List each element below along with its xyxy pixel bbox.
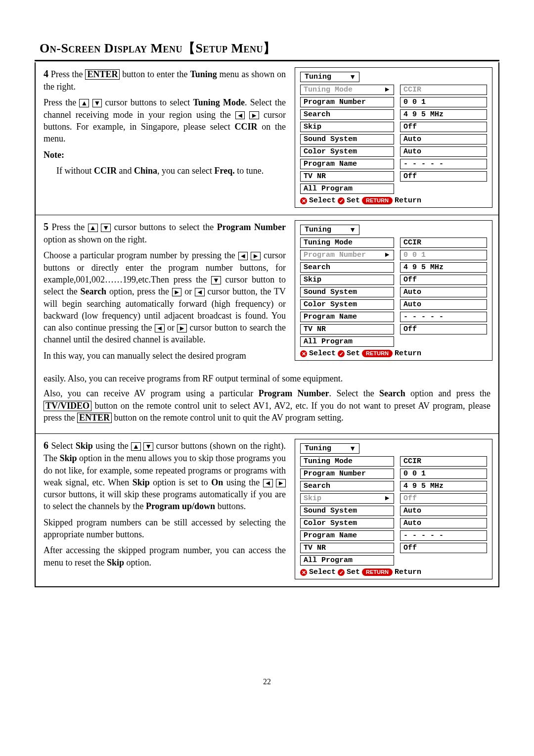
osd-value: Off — [400, 122, 487, 132]
return-pill: RETURN — [362, 197, 393, 204]
note-body: If without CCIR and China, you can selec… — [44, 165, 286, 177]
osd-header: Tuning▼ — [300, 225, 359, 235]
osd-item-program-name[interactable]: Program Name — [300, 159, 394, 169]
down-arrow-key: ▼ — [101, 224, 111, 232]
down-arrow-key: ▼ — [92, 99, 102, 107]
osd-value: Auto — [400, 134, 487, 144]
page-number: 22 — [35, 676, 499, 687]
step-6: 6 Select Skip using the ▲ ▼ cursor butto… — [36, 434, 498, 587]
osd-item-color-system[interactable]: Color System — [300, 146, 394, 157]
up-arrow-key: ▲ — [79, 99, 89, 107]
osd-value: CCIR — [400, 237, 487, 248]
right-arrow-key: ► — [249, 111, 259, 120]
osd-value: Auto — [400, 299, 487, 310]
set-icon: ✓ — [338, 197, 345, 204]
step6-tail: After accessing the skipped program numb… — [44, 544, 286, 568]
return-pill: RETURN — [362, 350, 393, 357]
chevron-right-icon: ► — [384, 251, 391, 258]
return-pill: RETURN — [362, 568, 393, 576]
osd-item-tv-nr[interactable]: TV NR — [300, 171, 394, 182]
left-arrow-key: ◄ — [235, 111, 245, 120]
osd-value: - - - - - — [400, 159, 487, 169]
osd-item-tuning-mode[interactable]: Tuning Mode — [300, 237, 394, 248]
osd-panel-1: Tuning▼Tuning Mode►Program NumberSearchS… — [295, 67, 492, 208]
osd-item-skip[interactable]: Skip — [300, 122, 394, 132]
osd-item-sound-system[interactable]: Sound System — [300, 134, 394, 144]
step5-tail-1: easily. Also, you can receive programs f… — [44, 373, 490, 384]
osd-item-tuning-mode[interactable]: Tuning Mode► — [300, 85, 394, 95]
osd-item-all-program[interactable]: All Program — [300, 555, 394, 566]
osd-item-skip[interactable]: Skip — [300, 275, 394, 285]
enter-key: ENTER — [85, 69, 120, 80]
select-icon: ✕ — [300, 350, 307, 357]
left-arrow-key: ◄ — [263, 479, 273, 487]
osd-value: Auto — [400, 287, 487, 297]
osd-value: - - - - - — [400, 530, 487, 541]
up-arrow-key: ▲ — [88, 224, 98, 232]
osd-item-tv-nr[interactable]: TV NR — [300, 543, 394, 553]
page-title: On-Screen Display Menu【Setup Menu】 — [35, 40, 499, 57]
osd-item-program-number[interactable]: Program Number — [300, 97, 394, 107]
select-icon: ✕ — [300, 569, 307, 576]
osd-item-sound-system[interactable]: Sound System — [300, 506, 394, 516]
right-arrow-key: ► — [177, 324, 187, 332]
left-arrow-key: ◄ — [195, 288, 205, 296]
osd-item-color-system[interactable]: Color System — [300, 518, 394, 528]
osd-value: CCIR — [400, 85, 487, 95]
left-arrow-key: ◄ — [238, 252, 248, 260]
osd-value — [400, 336, 487, 345]
osd-value: 0 0 1 — [400, 97, 487, 107]
select-icon: ✕ — [300, 197, 307, 204]
osd-value: Off — [400, 324, 487, 334]
osd-item-search[interactable]: Search — [300, 481, 394, 491]
osd-item-search[interactable]: Search — [300, 262, 394, 273]
osd-value: 4 9 5 MHz — [400, 109, 487, 120]
set-icon: ✓ — [338, 569, 345, 576]
osd-item-program-number[interactable]: Program Number► — [300, 250, 394, 260]
osd-value — [400, 555, 487, 564]
chevron-down-icon: ▼ — [349, 226, 356, 233]
osd-item-color-system[interactable]: Color System — [300, 299, 394, 310]
osd-legend: ✕Select ✓Set RETURNReturn — [300, 350, 487, 357]
osd-value: Off — [400, 171, 487, 182]
osd-panel-3: Tuning▼Tuning ModeProgram NumberSearchSk… — [295, 439, 492, 579]
divider — [35, 60, 499, 61]
osd-item-program-name[interactable]: Program Name — [300, 312, 394, 322]
osd-item-tv-nr[interactable]: TV NR — [300, 324, 394, 334]
osd-item-tuning-mode[interactable]: Tuning Mode — [300, 456, 394, 467]
osd-item-search[interactable]: Search — [300, 109, 394, 120]
chevron-down-icon: ▼ — [349, 445, 356, 452]
step-number: 4 — [44, 68, 48, 79]
osd-item-program-name[interactable]: Program Name — [300, 530, 394, 541]
osd-item-all-program[interactable]: All Program — [300, 336, 394, 347]
step-number: 5 — [44, 221, 48, 232]
osd-panel-2: Tuning▼Tuning ModeProgram Number►SearchS… — [295, 220, 492, 361]
osd-value: Auto — [400, 146, 487, 157]
step-5: 5 Press the ▲ ▼ cursor buttons to select… — [36, 215, 498, 373]
osd-legend: ✕Select ✓Set RETURNReturn — [300, 197, 487, 204]
osd-header: Tuning▼ — [300, 72, 359, 82]
osd-item-program-number[interactable]: Program Number — [300, 469, 394, 479]
chevron-right-icon: ► — [384, 494, 391, 501]
down-arrow-key: ▼ — [211, 276, 221, 284]
osd-item-skip[interactable]: Skip► — [300, 493, 394, 504]
osd-value: Off — [400, 493, 487, 504]
right-arrow-key: ► — [251, 252, 261, 260]
enter-key: ENTER — [77, 413, 112, 423]
osd-value: - - - - - — [400, 312, 487, 322]
left-arrow-key: ◄ — [155, 324, 165, 332]
right-arrow-key: ► — [276, 479, 286, 487]
chevron-right-icon: ► — [384, 86, 391, 93]
osd-value: 4 9 5 MHz — [400, 481, 487, 491]
osd-value: Off — [400, 543, 487, 553]
osd-header: Tuning▼ — [300, 443, 359, 454]
right-arrow-key: ► — [172, 288, 182, 296]
osd-value: Auto — [400, 518, 487, 528]
osd-item-all-program[interactable]: All Program — [300, 184, 394, 194]
chevron-down-icon: ▼ — [349, 73, 356, 80]
osd-value — [400, 184, 487, 192]
osd-value: 4 9 5 MHz — [400, 262, 487, 273]
osd-item-sound-system[interactable]: Sound System — [300, 287, 394, 297]
tvvideo-key: TV/VIDEO — [44, 401, 91, 411]
osd-value: 0 0 1 — [400, 250, 487, 260]
